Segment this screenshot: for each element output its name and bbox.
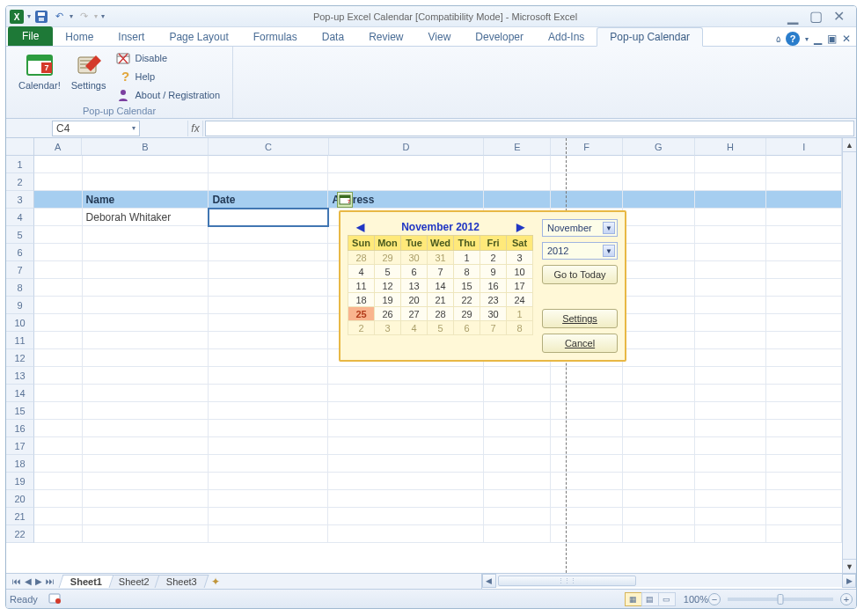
next-sheet-button[interactable]: ▶ xyxy=(34,576,43,586)
calendar-day[interactable]: 18 xyxy=(348,293,375,307)
cell-E1[interactable] xyxy=(484,156,551,173)
namebox-dropdown-icon[interactable]: ▾ xyxy=(132,124,135,132)
cell-G22[interactable] xyxy=(623,525,695,543)
workbook-close-icon[interactable]: ✕ xyxy=(842,33,851,45)
calendar-day[interactable]: 28 xyxy=(348,251,375,265)
zoom-out-button[interactable]: − xyxy=(708,593,721,605)
cell-I15[interactable] xyxy=(766,402,842,420)
cell-I20[interactable] xyxy=(766,490,842,508)
cell-C9[interactable] xyxy=(209,297,328,314)
cell-G21[interactable] xyxy=(623,508,695,525)
ribbon-minimize-icon[interactable]: ۵ xyxy=(776,34,780,44)
cell-D16[interactable] xyxy=(328,420,484,437)
cell-C21[interactable] xyxy=(209,508,328,525)
column-header-A[interactable]: A xyxy=(34,138,82,156)
about-button[interactable]: About / Registration xyxy=(114,87,222,103)
cell-C17[interactable] xyxy=(209,437,328,455)
tab-popup-calendar[interactable]: Pop-up Calendar xyxy=(597,27,703,47)
cell-I14[interactable] xyxy=(766,385,842,402)
settings-button[interactable]: Settings xyxy=(66,48,112,104)
cell-H14[interactable] xyxy=(695,385,767,402)
cell-H2[interactable] xyxy=(695,173,767,191)
scroll-right-arrow[interactable]: ▶ xyxy=(842,574,856,588)
cell-B22[interactable] xyxy=(83,525,209,543)
cell-C4[interactable] xyxy=(209,209,328,226)
tab-formulas[interactable]: Formulas xyxy=(241,28,310,46)
calendar-day[interactable]: 12 xyxy=(375,279,401,293)
scroll-down-arrow[interactable]: ▼ xyxy=(843,559,856,573)
cell-D14[interactable] xyxy=(328,385,484,402)
calendar-day[interactable]: 27 xyxy=(401,307,428,321)
cell-C7[interactable] xyxy=(209,261,328,279)
cell-C15[interactable] xyxy=(209,402,328,420)
sheet-tab-sheet1[interactable]: Sheet1 xyxy=(59,575,114,588)
row-header-16[interactable]: 16 xyxy=(6,420,34,437)
sheet-tab-sheet2[interactable]: Sheet2 xyxy=(107,575,162,588)
cell-F14[interactable] xyxy=(551,385,623,402)
cell-C3[interactable]: Date xyxy=(209,191,328,209)
row-header-17[interactable]: 17 xyxy=(6,437,34,455)
page-layout-view-button[interactable]: ▤ xyxy=(641,592,659,606)
month-select[interactable]: November ▼ xyxy=(542,219,618,237)
cell-A10[interactable] xyxy=(34,314,83,332)
calendar-day[interactable]: 23 xyxy=(480,293,507,307)
cell-H3[interactable] xyxy=(695,191,767,209)
tab-page-layout[interactable]: Page Layout xyxy=(157,28,240,46)
cell-B9[interactable] xyxy=(83,297,209,314)
calendar-day[interactable]: 4 xyxy=(401,321,428,335)
cell-C22[interactable] xyxy=(209,525,328,543)
cell-F22[interactable] xyxy=(551,525,623,543)
cell-G6[interactable] xyxy=(623,244,695,261)
calendar-day[interactable]: 20 xyxy=(401,293,428,307)
cell-B2[interactable] xyxy=(83,173,209,191)
cell-I9[interactable] xyxy=(766,297,842,314)
column-header-H[interactable]: H xyxy=(695,138,767,156)
normal-view-button[interactable]: ▦ xyxy=(625,592,642,606)
cell-B10[interactable] xyxy=(83,314,209,332)
cell-I7[interactable] xyxy=(766,261,842,279)
row-header-11[interactable]: 11 xyxy=(6,332,34,349)
cell-B18[interactable] xyxy=(83,455,209,473)
new-sheet-button[interactable]: ✦ xyxy=(211,576,220,588)
cell-H20[interactable] xyxy=(695,490,767,508)
cell-B6[interactable] xyxy=(83,244,209,261)
tab-developer[interactable]: Developer xyxy=(463,28,536,46)
cell-I1[interactable] xyxy=(766,156,842,173)
column-header-I[interactable]: I xyxy=(766,138,842,156)
cell-C11[interactable] xyxy=(209,332,328,349)
cell-B5[interactable] xyxy=(83,226,209,244)
calendar-day[interactable]: 30 xyxy=(401,251,428,265)
cell-E22[interactable] xyxy=(484,525,551,543)
cell-D22[interactable] xyxy=(328,525,484,543)
cell-I3[interactable] xyxy=(766,191,842,209)
row-header-21[interactable]: 21 xyxy=(6,508,34,525)
help-icon[interactable]: ? xyxy=(786,32,800,46)
cell-H12[interactable] xyxy=(695,349,767,367)
redo-icon[interactable]: ↷ xyxy=(77,10,91,24)
cell-A15[interactable] xyxy=(34,402,83,420)
cell-H5[interactable] xyxy=(695,226,767,244)
cell-A6[interactable] xyxy=(34,244,83,261)
cell-D15[interactable] xyxy=(328,402,484,420)
calendar-day[interactable]: 2 xyxy=(348,321,375,335)
row-header-4[interactable]: 4 xyxy=(6,209,34,226)
tab-review[interactable]: Review xyxy=(356,28,415,46)
calendar-day[interactable]: 1 xyxy=(454,251,480,265)
cell-H7[interactable] xyxy=(695,261,767,279)
cell-F13[interactable] xyxy=(551,367,623,385)
cell-G17[interactable] xyxy=(623,437,695,455)
calendar-day[interactable]: 2 xyxy=(480,251,507,265)
tab-data[interactable]: Data xyxy=(310,28,356,46)
cell-A3[interactable] xyxy=(34,191,83,209)
go-to-today-button[interactable]: Go to Today xyxy=(542,265,618,284)
calendar-day[interactable]: 1 xyxy=(507,307,533,321)
save-icon[interactable] xyxy=(34,10,48,24)
cell-C10[interactable] xyxy=(209,314,328,332)
cell-A4[interactable] xyxy=(34,209,83,226)
cell-H18[interactable] xyxy=(695,455,767,473)
cell-B19[interactable] xyxy=(83,473,209,490)
cell-H19[interactable] xyxy=(695,473,767,490)
cell-C6[interactable] xyxy=(209,244,328,261)
cell-D18[interactable] xyxy=(328,455,484,473)
name-box[interactable]: C4 ▾ xyxy=(52,121,140,136)
